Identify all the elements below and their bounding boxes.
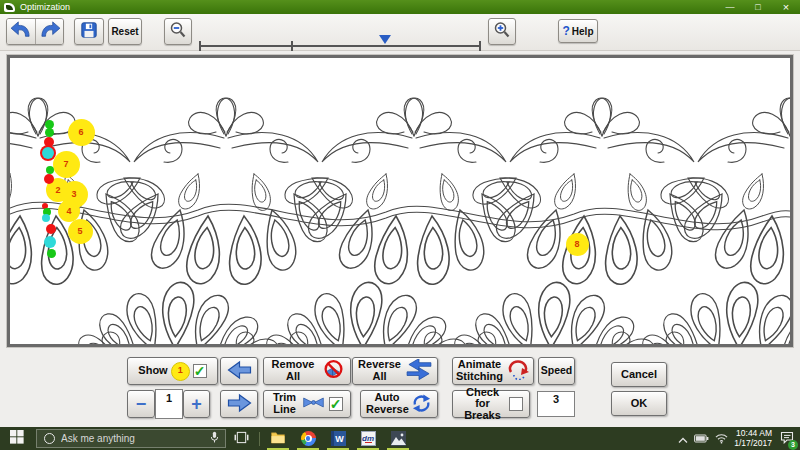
windows-logo-icon xyxy=(10,430,24,448)
zoom-out-icon xyxy=(169,21,187,43)
stitch-point-dot xyxy=(45,128,54,137)
wifi-icon[interactable] xyxy=(715,430,728,448)
reset-label: Reset xyxy=(111,26,138,37)
stitch-point-dot xyxy=(44,236,56,248)
animate-stitching-button[interactable]: Animate Stitching xyxy=(452,357,534,385)
photos-button[interactable] xyxy=(383,427,413,450)
minimize-button[interactable]: — xyxy=(716,0,744,14)
refresh-arrows-icon xyxy=(411,393,432,416)
marker-layer: 6723458 xyxy=(10,58,790,344)
slider-thumb[interactable] xyxy=(379,35,391,44)
zoom-in-icon xyxy=(493,21,511,43)
dm-app-button[interactable]: dm xyxy=(353,427,383,450)
cancel-button[interactable]: Cancel xyxy=(611,362,667,387)
save-icon xyxy=(80,21,98,43)
trim-line-label: Trim Line xyxy=(272,392,298,415)
help-label: Help xyxy=(572,26,594,37)
app-icon xyxy=(4,3,15,12)
slider-tick xyxy=(291,41,293,51)
show-label: Show xyxy=(138,365,167,377)
undo-button[interactable] xyxy=(7,19,35,44)
system-tray: 10:44 AM 1/17/2017 3 xyxy=(678,429,800,448)
taskbar-separator xyxy=(259,432,260,446)
zoom-in-button[interactable] xyxy=(488,18,516,45)
folder-icon xyxy=(270,430,286,448)
undo-icon xyxy=(10,21,32,43)
check-for-breaks-button[interactable]: Check for Breaks xyxy=(452,390,530,418)
stitch-point-dot xyxy=(46,224,56,234)
checkmark-icon: ✓ xyxy=(330,399,342,409)
stitch-point-dot xyxy=(47,249,56,258)
stitch-point-dot xyxy=(42,147,54,159)
file-explorer-button[interactable] xyxy=(263,427,293,450)
taskbar-clock[interactable]: 10:44 AM 1/17/2017 xyxy=(734,429,772,448)
ok-button[interactable]: OK xyxy=(611,391,667,416)
auto-reverse-label: Auto Reverse xyxy=(366,392,408,415)
redo-button[interactable] xyxy=(35,19,63,44)
previous-button[interactable] xyxy=(220,357,258,385)
arrow-right-icon xyxy=(226,393,253,416)
auto-reverse-button[interactable]: Auto Reverse xyxy=(360,390,438,418)
next-button[interactable] xyxy=(220,390,258,418)
help-button[interactable]: ? Help xyxy=(558,19,598,43)
trim-line-button[interactable]: Trim Line ✓ xyxy=(263,390,351,418)
microphone-icon[interactable] xyxy=(210,430,219,448)
zoom-out-button[interactable] xyxy=(164,18,192,45)
chrome-icon xyxy=(301,431,316,446)
animate-spiral-icon xyxy=(507,359,531,383)
remove-all-label: Remove All xyxy=(268,359,318,382)
checkmark-icon: ✓ xyxy=(194,366,206,376)
slider-tick xyxy=(199,41,201,51)
bowtie-icon xyxy=(301,395,326,413)
sequence-number-box[interactable]: 1 xyxy=(155,389,183,419)
show-checkbox[interactable]: ✓ xyxy=(193,364,207,378)
maximize-button[interactable]: □ xyxy=(744,0,772,14)
optimization-window: Optimization — □ × xyxy=(0,0,800,450)
slider-track-line xyxy=(199,45,481,47)
speed-button[interactable]: Speed xyxy=(538,357,575,385)
battery-icon[interactable] xyxy=(694,430,709,448)
reverse-all-label: Reverse All xyxy=(358,359,402,382)
decrement-button[interactable]: − xyxy=(127,390,155,418)
save-button[interactable] xyxy=(74,18,104,45)
reset-button[interactable]: Reset xyxy=(108,18,142,45)
photos-icon xyxy=(391,431,406,446)
show-count-badge: 1 xyxy=(171,362,190,381)
design-canvas[interactable]: 6723458 xyxy=(7,55,793,347)
sequence-marker[interactable]: 8 xyxy=(566,233,589,256)
increment-button[interactable]: + xyxy=(183,390,210,418)
ok-label: OK xyxy=(631,398,648,410)
search-input[interactable] xyxy=(61,433,210,444)
start-button[interactable] xyxy=(0,427,34,450)
question-icon: ? xyxy=(562,24,569,38)
reverse-all-button[interactable]: Reverse All xyxy=(352,357,438,385)
stitch-point-dot xyxy=(44,174,54,184)
remove-all-button[interactable]: Remove All xyxy=(263,357,351,385)
cancel-label: Cancel xyxy=(621,369,657,381)
slider-tick xyxy=(479,41,481,51)
sequence-marker[interactable]: 6 xyxy=(68,119,95,146)
word-button[interactable]: W xyxy=(323,427,353,450)
toolbar: Reset xyxy=(0,14,800,51)
sequence-marker[interactable]: 7 xyxy=(53,151,80,178)
stitch-point-dot xyxy=(42,214,50,222)
breaks-value-box[interactable]: 3 xyxy=(537,391,575,417)
no-symbol-icon xyxy=(321,358,346,384)
plus-icon: + xyxy=(191,397,202,411)
chrome-button[interactable] xyxy=(293,427,323,450)
cortana-search[interactable] xyxy=(36,429,226,448)
stitch-point-dot xyxy=(44,137,54,147)
trim-line-checkbox[interactable]: ✓ xyxy=(329,397,343,411)
check-for-breaks-checkbox[interactable] xyxy=(509,397,523,411)
show-button[interactable]: Show 1 ✓ xyxy=(127,357,218,385)
cortana-icon xyxy=(44,433,55,444)
close-button[interactable]: × xyxy=(772,0,800,14)
action-center-button[interactable]: 3 xyxy=(780,430,794,448)
task-view-button[interactable] xyxy=(226,427,256,450)
sequence-marker[interactable]: 5 xyxy=(68,219,93,244)
notification-badge: 3 xyxy=(788,440,798,450)
taskbar: W dm xyxy=(0,427,800,450)
clock-date: 1/17/2017 xyxy=(734,439,772,449)
titlebar: Optimization — □ × xyxy=(0,0,800,14)
tray-chevron-icon[interactable] xyxy=(678,430,688,448)
